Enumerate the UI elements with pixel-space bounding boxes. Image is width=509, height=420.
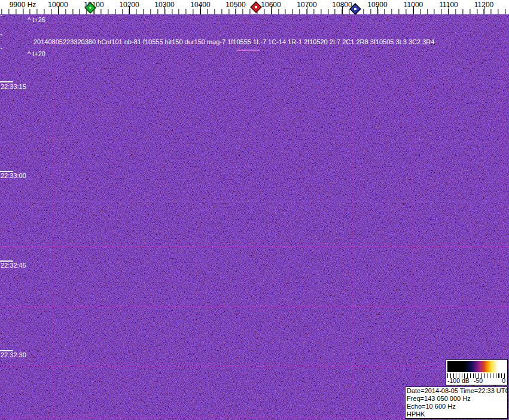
gridline-horizontal xyxy=(0,291,509,292)
gridline-horizontal xyxy=(0,306,509,306)
info-station: HPHK xyxy=(407,410,506,418)
gridline-horizontal xyxy=(0,68,509,68)
freq-label: 11000 xyxy=(404,1,423,9)
freq-label: 9900 Hz xyxy=(10,1,36,9)
edge-event-mark: ` xyxy=(0,48,2,54)
gridline-horizontal xyxy=(0,246,509,247)
db-label-mid: -50 xyxy=(474,377,483,384)
time-label: 22:33:00 xyxy=(1,172,26,179)
detection-log-line: 20140805223320380 hCnt101 nb-81 f10555 h… xyxy=(33,38,434,45)
spectrogram-app-window: ` ` ` ^ t+26 20140805223320380 hCnt101 n… xyxy=(0,0,509,420)
freq-label: 11100 xyxy=(439,1,458,9)
time-offset-label-lower: ^ t+20 xyxy=(28,50,45,57)
edge-event-mark: ` xyxy=(0,35,2,41)
db-scale-labels: -100 dB -50 0 xyxy=(447,377,506,384)
info-frequency: Freq=143 050 000 Hz xyxy=(407,395,506,403)
time-label: 22:32:30 xyxy=(1,351,26,358)
freq-label: 10800 xyxy=(332,1,352,9)
freq-label: 10500 xyxy=(225,1,245,9)
gridline-vertical xyxy=(353,14,353,420)
spectrogram-noise xyxy=(0,14,509,420)
freq-label: 10200 xyxy=(119,1,139,9)
info-echo: Echo=10 600 Hz xyxy=(407,403,506,410)
freq-label: 10900 xyxy=(367,1,387,9)
meteor-echo-trace xyxy=(237,50,260,51)
gridline-horizontal xyxy=(0,142,509,142)
gridline-horizontal xyxy=(0,366,509,366)
db-color-scale: -100 dB -50 0 xyxy=(446,359,508,385)
freq-label: 10600 xyxy=(261,1,281,9)
freq-label: 10000 xyxy=(48,1,68,9)
freq-label: 11200 xyxy=(474,1,493,9)
db-label-max: 0 xyxy=(502,377,505,384)
gridline-horizontal xyxy=(0,82,509,82)
time-label: 22:32:45 xyxy=(1,262,26,269)
info-date-time: Date=2014-08-05 Time=22:33 UTC xyxy=(407,387,506,395)
gridline-vertical xyxy=(54,14,54,420)
gridline-horizontal xyxy=(0,336,509,337)
color-gradient-bar xyxy=(447,361,506,372)
spectrogram-display xyxy=(0,14,509,420)
time-tick xyxy=(0,81,13,82)
gridline-vertical xyxy=(413,14,413,420)
gridline-horizontal xyxy=(0,22,509,23)
status-info-box: Date=2014-08-05 Time=22:33 UTC Freq=143 … xyxy=(405,387,508,419)
db-label-min: -100 dB xyxy=(447,377,470,384)
edge-event-mark: ` xyxy=(0,16,2,22)
time-offset-label-upper: ^ t+26 xyxy=(28,16,45,23)
gridline-horizontal xyxy=(0,201,509,202)
freq-label: 10400 xyxy=(190,1,210,9)
gridline-vertical xyxy=(206,14,207,420)
freq-label: 10700 xyxy=(297,1,316,9)
time-label: 22:33:15 xyxy=(1,83,26,90)
freq-label: 10300 xyxy=(154,1,174,9)
